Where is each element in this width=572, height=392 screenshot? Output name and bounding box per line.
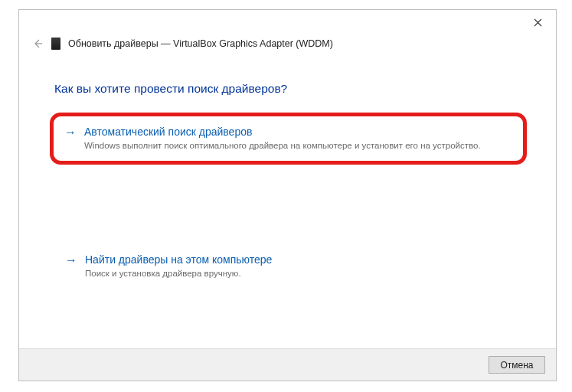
content-area: Как вы хотите провести поиск драйверов? … (19, 50, 556, 287)
title-bar (19, 10, 556, 34)
heading-question: Как вы хотите провести поиск драйверов? (54, 82, 525, 96)
option-manual-search[interactable]: → Найти драйверы на этом компьютере Поис… (54, 244, 525, 287)
dialog-window: Обновить драйверы — VirtualBox Graphics … (18, 9, 557, 381)
header-row: Обновить драйверы — VirtualBox Graphics … (19, 34, 556, 50)
arrow-right-icon: → (65, 253, 77, 268)
option-manual-desc: Поиск и установка драйвера вручную. (85, 269, 512, 278)
back-arrow-icon[interactable] (31, 38, 44, 50)
device-icon (51, 38, 60, 50)
option-auto-search[interactable]: → Автоматический поиск драйверов Windows… (50, 113, 527, 165)
close-icon[interactable] (527, 11, 548, 33)
option-auto-title: Автоматический поиск драйверов (84, 124, 252, 139)
option-manual-title: Найти драйверы на этом компьютере (85, 252, 272, 267)
window-title: Обновить драйверы — VirtualBox Graphics … (68, 38, 333, 49)
dialog-footer: Отмена (19, 348, 556, 381)
option-auto-desc: Windows выполнит поиск оптимального драй… (84, 141, 509, 150)
arrow-right-icon: → (64, 125, 77, 140)
cancel-button[interactable]: Отмена (489, 356, 545, 374)
